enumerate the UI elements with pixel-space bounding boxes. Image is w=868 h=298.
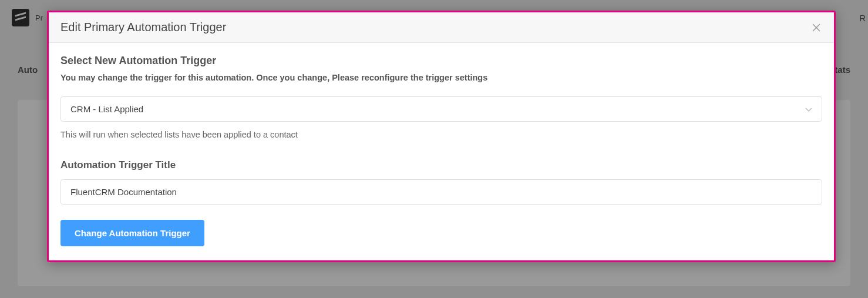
- chevron-down-icon: [805, 104, 812, 114]
- modal-title: Edit Primary Automation Trigger: [60, 21, 226, 34]
- modal-header: Edit Primary Automation Trigger: [49, 12, 834, 43]
- close-icon: [812, 24, 820, 32]
- modal-body: Select New Automation Trigger You may ch…: [49, 43, 834, 260]
- trigger-helper-text: This will run when selected lists have b…: [60, 130, 822, 139]
- trigger-select-value: CRM - List Applied: [70, 104, 143, 114]
- section-title: Select New Automation Trigger: [60, 55, 822, 67]
- close-button[interactable]: [810, 22, 822, 34]
- edit-trigger-modal: Edit Primary Automation Trigger Select N…: [47, 11, 836, 262]
- title-field-label: Automation Trigger Title: [60, 159, 822, 171]
- change-trigger-button[interactable]: Change Automation Trigger: [60, 220, 204, 246]
- automation-title-input[interactable]: [60, 179, 822, 205]
- section-description: You may change the trigger for this auto…: [60, 73, 822, 82]
- trigger-select[interactable]: CRM - List Applied: [60, 96, 822, 122]
